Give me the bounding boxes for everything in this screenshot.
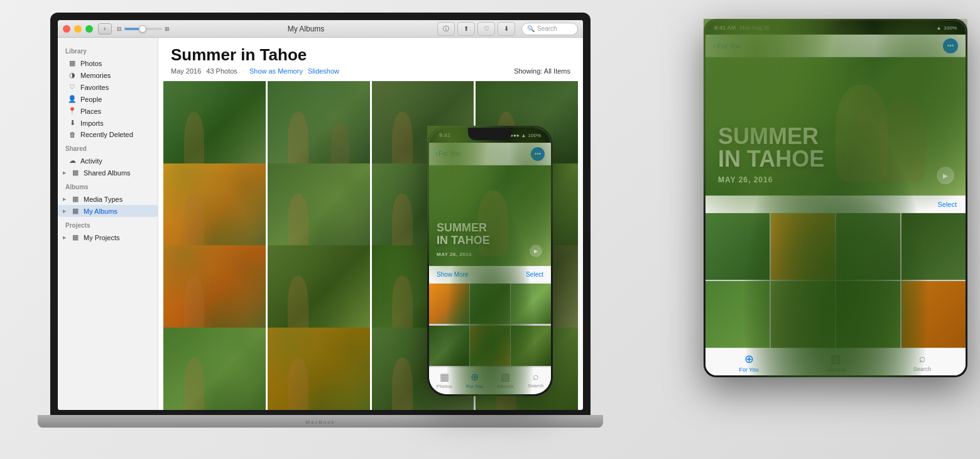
sidebar-item-label: People <box>80 96 102 103</box>
people-icon: 👤 <box>68 95 77 103</box>
albums-section-label: Albums <box>58 179 158 193</box>
search-placeholder: Search <box>537 25 557 32</box>
separator: · <box>242 67 244 75</box>
iphone-photo-grid <box>429 284 551 367</box>
minimize-button[interactable] <box>74 25 82 33</box>
zoom-slider[interactable]: ⊟ ⊞ <box>117 26 170 32</box>
showing-filter[interactable]: Showing: All Items <box>514 67 570 75</box>
favorite-button[interactable]: ♡ <box>477 22 495 36</box>
sidebar-item-imports[interactable]: ⬇ Imports <box>58 117 158 129</box>
sidebar-item-label: Favorites <box>80 84 109 91</box>
trash-icon: 🗑 <box>68 131 77 138</box>
iphone: 9:41 ●●● ▲ 100% ‹ For You ••• <box>427 126 553 396</box>
folder-icon: ▦ <box>71 195 80 203</box>
iphone-shell: 9:41 ●●● ▲ 100% ‹ For You ••• <box>427 126 553 396</box>
window-controls <box>63 25 93 33</box>
favorites-icon: ♡ <box>68 83 77 91</box>
album-header: Summer in Tahoe May 2016 43 Photos · Sho… <box>158 38 583 79</box>
sidebar-item-recently-deleted[interactable]: 🗑 Recently Deleted <box>58 129 158 140</box>
memories-icon: ◑ <box>68 71 77 79</box>
close-button[interactable] <box>63 25 70 33</box>
import-button[interactable]: ⬇ <box>498 22 515 36</box>
slideshow-link[interactable]: Slideshow <box>308 67 339 75</box>
folder-icon: ▦ <box>71 169 80 177</box>
window-title: My Albums <box>175 25 437 33</box>
iphone-content: SUMMERIN TAHOE MAY 26, 2016 ▶ Show More … <box>429 165 551 367</box>
photo-cell[interactable] <box>268 328 370 411</box>
sidebar-item-favorites[interactable]: ♡ Favorites <box>58 81 158 93</box>
scene: ‹ ⊟ ⊞ My Albums ⓘ ⬆ ♡ ⬇ <box>0 0 980 459</box>
library-section-label: Library <box>58 43 158 57</box>
album-meta: May 2016 43 Photos · Show as Memory Slid… <box>171 67 570 75</box>
album-title: Summer in Tahoe <box>171 45 570 65</box>
sidebar-item-people[interactable]: 👤 People <box>58 93 158 105</box>
ipad-shell: 9:41 AM Mon Aug 20 ▲ 100% ‹ For You ••• <box>704 19 967 377</box>
sidebar-item-shared-albums[interactable]: ▦ Shared Albums <box>58 167 158 179</box>
sidebar-item-media-types[interactable]: ▦ Media Types <box>58 193 158 205</box>
ipad-photo-grid <box>705 213 966 348</box>
imports-icon: ⬇ <box>68 119 77 127</box>
search-input[interactable]: 🔍 Search <box>521 23 578 35</box>
toolbar-icons: ⓘ ⬆ ♡ ⬇ 🔍 Search <box>437 22 578 36</box>
sidebar-item-photos[interactable]: ▦ Photos <box>58 57 158 69</box>
macbook-label: MacBook <box>305 419 335 425</box>
sidebar-item-label: Imports <box>80 119 104 127</box>
sidebar-item-label: My Albums <box>84 207 117 215</box>
sidebar-item-memories[interactable]: ◑ Memories <box>58 69 158 81</box>
back-button[interactable]: ‹ <box>98 23 112 35</box>
sidebar-item-label: Media Types <box>84 196 122 203</box>
macbook-base: MacBook <box>38 415 603 428</box>
sidebar-item-label: Shared Albums <box>84 169 131 177</box>
sidebar-item-label: My Projects <box>84 234 119 241</box>
sidebar-item-my-projects[interactable]: ▦ My Projects <box>58 231 158 243</box>
photos-icon: ▦ <box>68 59 77 67</box>
ipad-photo-cell[interactable] <box>901 281 966 348</box>
show-as-memory-link[interactable]: Show as Memory <box>249 67 303 75</box>
shared-section-label: Shared <box>58 140 158 155</box>
folder-icon: ▦ <box>71 233 80 241</box>
sidebar-item-my-albums[interactable]: ▦ My Albums <box>58 205 158 217</box>
sidebar-item-label: Memories <box>80 72 111 79</box>
folder-icon: ▦ <box>71 207 80 215</box>
iphone-notch <box>468 128 512 140</box>
iphone-photo-cell[interactable] <box>511 326 551 366</box>
album-date: May 2016 <box>171 67 201 75</box>
places-icon: 📍 <box>68 107 77 115</box>
projects-section-label: Projects <box>58 217 158 231</box>
photo-cell[interactable]: ♥ <box>163 328 266 411</box>
sidebar: Library ▦ Photos ◑ Memories ♡ Favorites <box>58 38 158 410</box>
ipad-inner: 9:41 AM Mon Aug 20 ▲ 100% ‹ For You ••• <box>705 21 966 375</box>
info-button[interactable]: ⓘ <box>437 22 455 36</box>
iphone-inner: 9:41 ●●● ▲ 100% ‹ For You ••• <box>429 128 551 394</box>
sidebar-item-label: Photos <box>80 60 102 67</box>
sidebar-item-label: Recently Deleted <box>80 131 133 138</box>
sidebar-item-places[interactable]: 📍 Places <box>58 105 158 117</box>
maximize-button[interactable] <box>85 25 93 33</box>
album-count: 43 Photos <box>206 67 237 75</box>
share-button[interactable]: ⬆ <box>457 22 475 36</box>
window-titlebar: ‹ ⊟ ⊞ My Albums ⓘ ⬆ ♡ ⬇ <box>58 20 583 38</box>
sidebar-item-activity[interactable]: ☁ Activity <box>58 155 158 167</box>
ipad: 9:41 AM Mon Aug 20 ▲ 100% ‹ For You ••• <box>704 19 967 377</box>
sidebar-item-label: Places <box>80 108 101 115</box>
sidebar-item-label: Activity <box>80 157 102 165</box>
cloud-icon: ☁ <box>68 157 77 165</box>
